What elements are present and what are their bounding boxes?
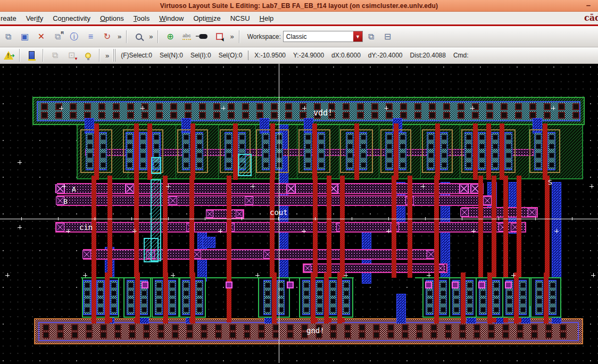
- net-label-vdd: vdd!: [313, 108, 333, 118]
- toolbar-separator: [238, 30, 242, 43]
- net-label-cout: cout: [270, 208, 288, 217]
- poly-gate: [312, 123, 317, 180]
- redo-icon[interactable]: ↻: [100, 30, 114, 44]
- menu-ncsu[interactable]: NCSU: [226, 13, 255, 23]
- revert-workspace-icon[interactable]: ⊟: [380, 30, 395, 44]
- poly-gate: [92, 272, 96, 324]
- poly-gate: [270, 123, 275, 180]
- layout-canvas[interactable]: vdd!gnd!ABcincoutS: [0, 64, 598, 363]
- minimize-button[interactable]: –: [586, 1, 591, 10]
- cadence-logo: cād: [584, 13, 598, 23]
- check-save-icon[interactable]: [1, 48, 15, 62]
- metal2-strap: [85, 118, 94, 133]
- poly-gate: [514, 272, 519, 324]
- toolbar-separator: [156, 30, 160, 43]
- poly-line: [478, 176, 483, 278]
- poly-line: [392, 176, 396, 278]
- status-fselect: (F)Select:0: [121, 52, 152, 59]
- probe-icon[interactable]: [196, 30, 210, 44]
- window-title: Virtuoso Layout Suite L Editing: Lab7_EB…: [160, 2, 438, 10]
- menu-options[interactable]: Options: [95, 13, 129, 23]
- net-label-A: A: [72, 185, 76, 193]
- poly-gate: [473, 123, 478, 180]
- edit-toolbar: ⧉⊡▼» (F)Select:0Sel(N):0Sel(I):0Sel(O):0…: [0, 47, 598, 64]
- poly-gate: [487, 272, 492, 324]
- poly-gate: [461, 272, 466, 324]
- poly-gate: [233, 123, 238, 180]
- workspace-value: Classic: [284, 33, 307, 40]
- highlight-marker: [238, 154, 251, 176]
- menu-help[interactable]: Help: [255, 13, 279, 23]
- poly-gate: [500, 123, 504, 180]
- metal1-trace: [56, 222, 526, 232]
- zoom-overflow-chevron[interactable]: »: [147, 32, 155, 40]
- net-label-S: S: [548, 178, 552, 186]
- net-label-B: B: [63, 197, 68, 205]
- metal2-strap: [260, 118, 269, 133]
- toolbar-separator: [98, 49, 102, 62]
- metal2-strap: [181, 118, 190, 133]
- toolbar-overflow-chevron[interactable]: »: [115, 32, 123, 40]
- workspace-label: Workspace:: [247, 33, 281, 40]
- copy-icon[interactable]: ⧉: [1, 30, 15, 44]
- menu-reate[interactable]: reate: [0, 13, 21, 23]
- status-dy: dY:-20.4000: [368, 52, 403, 59]
- hint-icon[interactable]: [81, 48, 95, 62]
- save-workspace-icon[interactable]: ⧉: [364, 30, 378, 44]
- menu-verify[interactable]: Verify: [21, 13, 48, 23]
- menu-connectivity[interactable]: Connectivity: [48, 13, 95, 23]
- display-options-icon[interactable]: ⊡▼: [64, 48, 79, 62]
- poly-gate: [94, 123, 99, 180]
- poly-gate: [543, 123, 547, 180]
- menu-bar: reateVerifyConnectivityOptionsToolsWindo…: [0, 12, 598, 24]
- menu-window[interactable]: Window: [154, 13, 188, 23]
- poly-gate: [105, 272, 110, 324]
- fit-display-icon[interactable]: ▣: [18, 30, 32, 44]
- poly-gate: [435, 123, 440, 180]
- delete-icon[interactable]: ✕: [34, 30, 48, 44]
- poly-gate: [434, 272, 439, 324]
- status-dx: dX:0.6000: [331, 52, 361, 59]
- net-label-cin: cin: [79, 223, 93, 231]
- menu-optimize[interactable]: Optimize: [188, 13, 225, 23]
- zoom-icon[interactable]: [131, 30, 146, 44]
- status-seln: Sel(N):0: [160, 52, 183, 59]
- main-toolbar: ⧉▣✕⧉Rⓘ≡↻»»⊕abc»Workspace:Classic▼⧉⊟: [0, 26, 598, 47]
- poly-gate: [394, 123, 398, 180]
- poly-gate: [190, 272, 195, 324]
- status-seli: Sel(I):0: [190, 52, 211, 59]
- workspace-combo[interactable]: Classic▼: [283, 31, 363, 42]
- edit-overflow-chevron[interactable]: »: [103, 52, 111, 60]
- status-divider: [248, 51, 248, 60]
- poly-gate: [190, 123, 195, 180]
- save-icon[interactable]: [24, 48, 39, 62]
- create-overflow-chevron[interactable]: »: [228, 32, 236, 40]
- menu-tools[interactable]: Tools: [129, 13, 154, 23]
- descend-icon[interactable]: ⧉: [48, 48, 62, 62]
- copy-rotate-icon[interactable]: ⧉R: [51, 30, 65, 44]
- combo-dropdown-arrow-icon[interactable]: ▼: [353, 31, 362, 42]
- select-region-icon[interactable]: [212, 30, 227, 44]
- info-icon[interactable]: ⓘ: [67, 30, 81, 44]
- status-dist: Dist:20.4088: [410, 52, 446, 59]
- poly-gate: [544, 272, 549, 324]
- status-x: X:-10.9500: [254, 52, 286, 59]
- create-label-icon[interactable]: abc: [179, 30, 194, 44]
- toolbar-separator: [41, 49, 45, 62]
- properties-icon[interactable]: ≡: [84, 30, 98, 44]
- metal1-trace: [57, 196, 492, 205]
- poly-line: [408, 176, 412, 278]
- toolbar-grip[interactable]: [113, 49, 115, 62]
- poly-line: [270, 176, 275, 278]
- toolbar-separator: [125, 30, 129, 43]
- net-label-gnd: gnd!: [306, 326, 325, 335]
- highlight-marker: [152, 158, 161, 173]
- metal2-strap: [533, 118, 542, 133]
- poly-gate: [486, 123, 491, 180]
- title-bar: Virtuoso Layout Suite L Editing: Lab7_EB…: [0, 0, 598, 12]
- highlight-marker: [144, 238, 158, 262]
- status-y: Y:-24.9000: [293, 52, 324, 59]
- status-selo: Sel(O):0: [219, 52, 243, 59]
- create-via-icon[interactable]: ⊕: [163, 30, 177, 44]
- poly-gate: [311, 272, 315, 324]
